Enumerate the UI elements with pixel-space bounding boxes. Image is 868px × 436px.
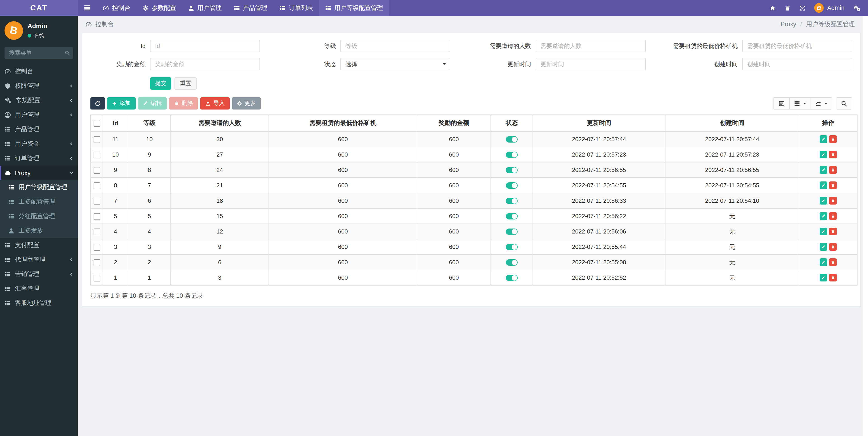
filter-updated-input[interactable] <box>535 58 645 70</box>
row-checkbox[interactable] <box>93 167 100 174</box>
filter-min-price-input[interactable] <box>742 40 852 52</box>
sidebar-item-proxy[interactable]: Proxy <box>0 166 78 180</box>
reset-button[interactable]: 重置 <box>175 77 197 90</box>
more-button[interactable]: 更多 <box>232 97 261 110</box>
status-toggle[interactable] <box>506 229 518 235</box>
sidebar-toggle-button[interactable] <box>78 0 97 16</box>
sidebar-item-salary-payout[interactable]: 工资发放 <box>0 224 78 238</box>
page-scrollbar[interactable] <box>863 16 868 436</box>
status-toggle[interactable] <box>506 167 518 174</box>
sidebar-item-permissions[interactable]: 权限管理 <box>0 79 78 93</box>
col-header-updated[interactable]: 更新时间 <box>533 115 665 132</box>
row-edit-button[interactable] <box>819 228 827 235</box>
col-header-status[interactable]: 状态 <box>491 115 533 132</box>
status-toggle[interactable] <box>506 198 518 204</box>
sidebar-item-users[interactable]: 用户管理 <box>0 108 78 122</box>
row-checkbox[interactable] <box>93 259 100 266</box>
filter-level-input[interactable] <box>341 40 451 52</box>
sidebar-search-input[interactable] <box>4 47 61 59</box>
row-edit-button[interactable] <box>819 274 827 282</box>
row-delete-button[interactable] <box>829 197 837 205</box>
nav-tab-users[interactable]: 用户管理 <box>182 0 228 16</box>
row-checkbox[interactable] <box>93 151 100 158</box>
filter-created-input[interactable] <box>742 58 852 70</box>
row-delete-button[interactable] <box>829 135 837 143</box>
breadcrumb-section[interactable]: Proxy <box>780 21 796 28</box>
columns-dropdown-button[interactable] <box>789 97 811 110</box>
sidebar-item-agent-mgmt[interactable]: 代理商管理 <box>0 253 78 267</box>
col-header-actions[interactable]: 操作 <box>799 115 857 132</box>
nav-tab-user-level-config[interactable]: 用户等级配置管理 <box>319 0 389 16</box>
status-toggle[interactable] <box>506 213 518 220</box>
col-header-invites[interactable]: 需要邀请的人数 <box>170 115 269 132</box>
breadcrumb-left[interactable]: 控制台 <box>86 20 114 28</box>
sidebar-item-marketing-mgmt[interactable]: 营销管理 <box>0 267 78 282</box>
col-header-id[interactable]: Id <box>103 115 128 132</box>
filter-id-input[interactable] <box>150 40 260 52</box>
sidebar-item-payment-config[interactable]: 支付配置 <box>0 238 78 253</box>
select-all-checkbox[interactable] <box>93 120 100 127</box>
sidebar-item-support-address[interactable]: 客服地址管理 <box>0 296 78 311</box>
nav-tab-products[interactable]: 产品管理 <box>228 0 273 16</box>
row-checkbox[interactable] <box>93 228 100 235</box>
col-header-min-price[interactable]: 需要租赁的最低价格矿机 <box>269 115 417 132</box>
row-checkbox[interactable] <box>93 213 100 220</box>
status-toggle[interactable] <box>506 152 518 158</box>
filter-reward-input[interactable] <box>150 58 260 70</box>
home-icon[interactable] <box>769 5 776 11</box>
row-delete-button[interactable] <box>829 228 837 235</box>
nav-tab-params[interactable]: 参数配置 <box>136 0 182 16</box>
edit-button[interactable]: 编辑 <box>138 97 167 110</box>
sidebar-item-exchange-rate[interactable]: 汇率管理 <box>0 282 78 296</box>
sidebar-item-order-mgmt[interactable]: 订单管理 <box>0 151 78 166</box>
row-edit-button[interactable] <box>819 181 827 189</box>
row-delete-button[interactable] <box>829 181 837 189</box>
row-edit-button[interactable] <box>819 151 827 158</box>
row-checkbox[interactable] <box>93 182 100 189</box>
refresh-button[interactable] <box>90 97 105 110</box>
status-select[interactable]: 选择 <box>341 58 451 70</box>
row-delete-button[interactable] <box>829 274 837 282</box>
col-header-reward[interactable]: 奖励的金额 <box>417 115 491 132</box>
sidebar-item-user-level-config[interactable]: 用户等级配置管理 <box>0 180 78 195</box>
status-toggle[interactable] <box>506 275 518 281</box>
row-edit-button[interactable] <box>819 197 827 205</box>
sidebar-item-general-config[interactable]: 常规配置 <box>0 93 78 108</box>
table-search-button[interactable] <box>836 97 852 110</box>
settings-gears-icon[interactable] <box>853 5 861 11</box>
import-button[interactable]: 导入 <box>200 97 230 110</box>
delete-button[interactable]: 删除 <box>169 97 198 110</box>
row-checkbox[interactable] <box>93 136 100 143</box>
export-dropdown-button[interactable] <box>811 97 832 110</box>
row-edit-button[interactable] <box>819 166 827 174</box>
sidebar-item-dashboard[interactable]: 控制台 <box>0 64 78 79</box>
row-delete-button[interactable] <box>829 258 837 266</box>
status-toggle[interactable] <box>506 137 518 143</box>
row-delete-button[interactable] <box>829 166 837 174</box>
row-edit-button[interactable] <box>819 243 827 251</box>
row-checkbox[interactable] <box>93 244 100 251</box>
submit-button[interactable]: 提交 <box>150 77 171 90</box>
row-edit-button[interactable] <box>819 258 827 266</box>
sidebar-item-salary-config[interactable]: 工资配置管理 <box>0 195 78 209</box>
detail-view-button[interactable] <box>773 97 789 110</box>
row-delete-button[interactable] <box>829 243 837 251</box>
nav-tab-orders[interactable]: 订单列表 <box>273 0 319 16</box>
status-toggle[interactable] <box>506 260 518 266</box>
status-toggle[interactable] <box>506 182 518 189</box>
fullscreen-icon[interactable] <box>799 5 805 11</box>
sidebar-search-button[interactable] <box>61 47 73 59</box>
sidebar-item-products[interactable]: 产品管理 <box>0 122 78 137</box>
sidebar-item-dividend-config[interactable]: 分红配置管理 <box>0 209 78 224</box>
row-checkbox[interactable] <box>93 198 100 204</box>
status-toggle[interactable] <box>506 244 518 251</box>
row-edit-button[interactable] <box>819 135 827 143</box>
brand-logo[interactable]: CAT <box>0 0 78 16</box>
sidebar-item-user-funds[interactable]: 用户资金 <box>0 137 78 151</box>
trash-icon[interactable] <box>784 5 790 11</box>
filter-invites-input[interactable] <box>535 40 645 52</box>
row-delete-button[interactable] <box>829 151 837 158</box>
user-menu[interactable]: B Admin <box>814 3 844 13</box>
col-header-level[interactable]: 等级 <box>128 115 170 132</box>
row-checkbox[interactable] <box>93 274 100 281</box>
